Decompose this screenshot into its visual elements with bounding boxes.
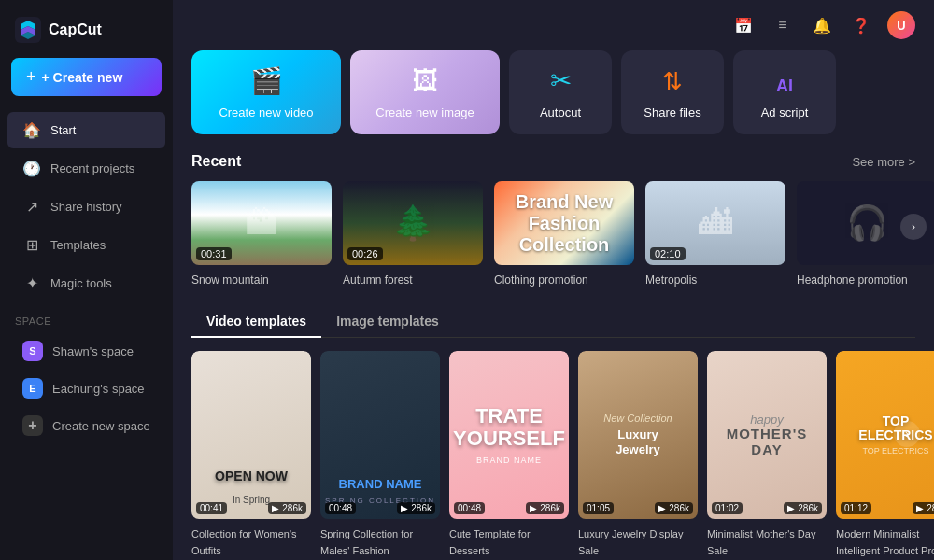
template-name-1: Spring Collection for Males' Fashion bbox=[320, 528, 413, 556]
create-btn-label: + Create new bbox=[42, 70, 123, 85]
create-video-card[interactable]: 🎬 Create new video bbox=[191, 50, 341, 134]
calendar-icon[interactable]: 📅 bbox=[730, 12, 757, 38]
sidebar-item-create-space[interactable]: + Create new space bbox=[7, 408, 165, 443]
template-next-button[interactable]: › bbox=[894, 421, 920, 447]
template-duration-5: 01:12 bbox=[841, 502, 871, 514]
sidebar-item-share-history[interactable]: ↗ Share history bbox=[7, 189, 165, 225]
create-space-label: Create new space bbox=[52, 419, 150, 433]
template-card-5[interactable]: TOPELECTRICS TOP ELECTRICS 01:12 ▶ 286k … bbox=[836, 351, 934, 558]
sidebar-label-recent: Recent projects bbox=[50, 161, 134, 175]
sidebar-item-templates[interactable]: ⊞ Templates bbox=[7, 227, 165, 263]
recent-name-mountain: Snow mountain bbox=[191, 273, 269, 287]
create-new-button[interactable]: + + Create new bbox=[11, 58, 162, 96]
template-card-2[interactable]: TRATEYOURSELF BRAND NAME 00:48 ▶ 286k Cu… bbox=[449, 351, 569, 558]
recent-thumb-metropolis: 🏙 02:10 bbox=[645, 181, 785, 265]
template-thumb-1: BRAND NAME SPRING COLLECTION 00:48 ▶ 286… bbox=[320, 351, 440, 519]
recent-title: Recent bbox=[191, 153, 241, 170]
sidebar-item-eachungs-space[interactable]: E Eachung's space bbox=[7, 371, 165, 406]
sidebar-label-magic: Magic tools bbox=[50, 276, 112, 290]
magic-icon: ✦ bbox=[22, 274, 41, 292]
template-views-5: ▶ 286k bbox=[913, 502, 934, 514]
template-views-4: ▶ 286k bbox=[784, 502, 822, 514]
recent-name-clothing: Clothing promotion bbox=[494, 273, 588, 287]
clock-icon: 🕐 bbox=[22, 160, 41, 177]
duration-forest: 00:26 bbox=[347, 247, 383, 260]
recent-card-metropolis[interactable]: 🏙 02:10 Metropolis bbox=[645, 181, 785, 287]
template-duration-2: 00:48 bbox=[454, 502, 485, 514]
space-section-label: SPACE bbox=[0, 302, 173, 332]
template-name-2: Cute Template for Desserts bbox=[449, 528, 531, 556]
layers-icon[interactable]: ≡ bbox=[770, 12, 796, 38]
template-card-4[interactable]: happy MOTHER'SDAY 01:02 ▶ 286k Minimalis… bbox=[707, 351, 827, 558]
recent-card-clothing[interactable]: Brand New Fashion Collection Clothing pr… bbox=[494, 181, 634, 287]
recent-name-forest: Autumn forest bbox=[343, 273, 413, 287]
template-views-0: ▶ 286k bbox=[268, 502, 306, 514]
see-more-button[interactable]: See more > bbox=[852, 155, 915, 169]
autocut-label: Autocut bbox=[540, 105, 581, 119]
template-duration-3: 01:05 bbox=[583, 502, 614, 514]
sidebar-item-recent[interactable]: 🕐 Recent projects bbox=[7, 150, 165, 187]
template-duration-1: 00:48 bbox=[325, 502, 356, 514]
capcut-logo-icon bbox=[15, 17, 41, 43]
notification-icon[interactable]: 🔔 bbox=[809, 12, 835, 38]
recent-next-button[interactable]: › bbox=[900, 214, 927, 240]
recent-thumb-forest: 🌲 00:26 bbox=[343, 181, 483, 265]
templates-section: Video templates Image templates OPEN NOW… bbox=[173, 306, 934, 558]
autocut-card[interactable]: ✂ Autocut bbox=[509, 50, 612, 134]
create-image-card[interactable]: 🖼 Create new image bbox=[350, 50, 500, 134]
main-content: 📅 ≡ 🔔 ❓ U 🎬 Create new video 🖼 Create ne… bbox=[173, 0, 934, 560]
sidebar-item-start[interactable]: 🏠 Start bbox=[7, 112, 165, 148]
duration-metropolis: 02:10 bbox=[650, 247, 686, 260]
template-thumb-0: OPEN NOW In Spring 00:41 ▶ 286k bbox=[191, 351, 311, 519]
shawns-space-label: Shawn's space bbox=[52, 344, 134, 358]
create-video-label: Create new video bbox=[219, 105, 313, 119]
template-thumb-4: happy MOTHER'SDAY 01:02 ▶ 286k bbox=[707, 351, 827, 519]
plus-icon: + bbox=[26, 67, 36, 87]
template-views-3: ▶ 286k bbox=[655, 502, 693, 514]
logo-text: CapCut bbox=[49, 21, 102, 38]
user-avatar[interactable]: U bbox=[887, 11, 915, 39]
template-views-1: ▶ 286k bbox=[397, 502, 435, 514]
template-thumb-3: New Collection LuxuryJewelry 01:05 ▶ 286… bbox=[578, 351, 698, 519]
tab-image-templates[interactable]: Image templates bbox=[321, 306, 454, 338]
recent-name-metropolis: Metropolis bbox=[645, 273, 697, 287]
share-files-card[interactable]: ⇅ Share files bbox=[621, 50, 724, 134]
template-card-3[interactable]: New Collection LuxuryJewelry 01:05 ▶ 286… bbox=[578, 351, 698, 558]
eachungs-space-label: Eachung's space bbox=[52, 382, 145, 396]
add-space-icon: + bbox=[22, 415, 43, 436]
template-views-2: ▶ 286k bbox=[526, 502, 564, 514]
template-card-0[interactable]: OPEN NOW In Spring 00:41 ▶ 286k Collecti… bbox=[191, 351, 311, 558]
sidebar-item-magic-tools[interactable]: ✦ Magic tools bbox=[7, 265, 165, 301]
recent-grid: 🏔 00:31 Snow mountain 🌲 00:26 Autumn for… bbox=[173, 181, 934, 306]
recent-card-mountain[interactable]: 🏔 00:31 Snow mountain bbox=[191, 181, 332, 287]
home-icon: 🏠 bbox=[22, 121, 41, 139]
upload-icon: ⇅ bbox=[662, 67, 683, 96]
sidebar-label-history: Share history bbox=[50, 200, 122, 214]
sidebar-item-shawns-space[interactable]: S Shawn's space bbox=[7, 333, 165, 369]
template-name-4: Minimalist Mother's Day Sale bbox=[707, 528, 815, 556]
duration-mountain: 00:31 bbox=[196, 247, 232, 260]
template-tabs: Video templates Image templates bbox=[191, 306, 915, 338]
create-image-label: Create new image bbox=[375, 105, 474, 119]
recent-thumb-clothing: Brand New Fashion Collection bbox=[494, 181, 634, 265]
scissors-icon: ✂ bbox=[550, 65, 572, 96]
template-card-1[interactable]: BRAND NAME SPRING COLLECTION 00:48 ▶ 286… bbox=[320, 351, 440, 558]
video-plus-icon: 🎬 bbox=[250, 65, 283, 96]
recent-name-headphone: Headphone promotion bbox=[797, 273, 908, 287]
ai-icon: AI bbox=[776, 77, 793, 96]
sidebar: CapCut + + Create new 🏠 Start 🕐 Recent p… bbox=[0, 0, 173, 560]
tab-video-templates[interactable]: Video templates bbox=[191, 306, 321, 338]
logo: CapCut bbox=[0, 11, 173, 58]
ad-script-label: Ad script bbox=[761, 105, 809, 119]
ad-script-card[interactable]: AI Ad script bbox=[733, 50, 836, 134]
template-duration-0: 00:41 bbox=[196, 502, 227, 514]
shawn-avatar: S bbox=[22, 341, 43, 361]
quick-actions-bar: 🎬 Create new video 🖼 Create new image ✂ … bbox=[173, 50, 934, 153]
help-icon[interactable]: ❓ bbox=[848, 12, 874, 38]
share-icon: ↗ bbox=[22, 198, 41, 216]
recent-card-forest[interactable]: 🌲 00:26 Autumn forest bbox=[343, 181, 483, 287]
template-grid: OPEN NOW In Spring 00:41 ▶ 286k Collecti… bbox=[191, 351, 915, 558]
sidebar-label-start: Start bbox=[50, 123, 76, 137]
eachung-avatar: E bbox=[22, 378, 43, 399]
recent-section-header: Recent See more > bbox=[173, 153, 934, 181]
